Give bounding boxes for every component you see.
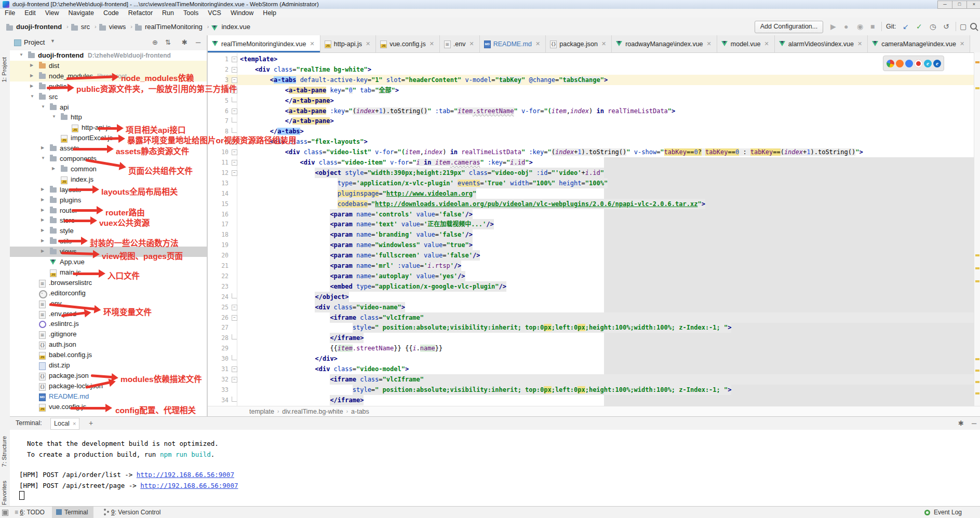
line-number[interactable]: 22 xyxy=(209,271,229,281)
fold-marker-icon[interactable]: − xyxy=(232,170,237,176)
terminal-button[interactable]: Terminal xyxy=(52,507,93,518)
tree-item--editorconfig[interactable]: .editorconfig xyxy=(10,288,207,298)
add-configuration-button[interactable]: Add Configuration... xyxy=(755,21,823,33)
minimize-terminal-icon[interactable]: ─ xyxy=(972,419,976,427)
code-line[interactable]: </a-tab-pane> xyxy=(240,116,334,126)
fold-marker-icon[interactable]: − xyxy=(232,108,237,114)
code-line[interactable]: <template> xyxy=(240,54,277,64)
terminal-tab-local[interactable]: Local× xyxy=(50,418,79,430)
debug-icon[interactable]: ● xyxy=(844,21,848,32)
fold-end-icon[interactable] xyxy=(232,97,237,102)
fold-marker-icon[interactable]: − xyxy=(232,377,237,383)
close-icon[interactable]: × xyxy=(73,420,76,427)
ie-browser-icon[interactable]: e xyxy=(924,60,932,67)
code-line[interactable]: type='application/x-vlc-plugin' events='… xyxy=(240,178,608,188)
editor-breadcrumb-item[interactable]: template xyxy=(249,408,274,415)
panel-settings-icon[interactable]: ✱ xyxy=(182,38,187,46)
menu-item-view[interactable]: View xyxy=(41,9,64,18)
stripe-structure-button[interactable]: 7: Structure xyxy=(1,436,7,467)
fold-marker-icon[interactable]: − xyxy=(232,149,237,155)
tree-item-dist-zip[interactable]: dist.zip xyxy=(10,360,207,371)
code-line[interactable]: </div> xyxy=(240,353,338,364)
history-icon[interactable]: ◷ xyxy=(930,21,936,32)
line-number[interactable]: 29 xyxy=(209,343,229,353)
opera-browser-icon[interactable] xyxy=(915,60,922,67)
close-icon[interactable]: ✕ xyxy=(707,40,711,47)
code-line[interactable]: pluginspage="http://www.videolan.org" xyxy=(240,188,476,199)
project-panel-title[interactable]: Project xyxy=(24,38,45,46)
chevron-right-icon[interactable]: ▶ xyxy=(52,166,55,171)
fold-marker-icon[interactable]: − xyxy=(232,57,237,62)
line-number[interactable]: 5 xyxy=(209,96,229,106)
line-number[interactable]: 14 xyxy=(209,188,229,199)
tree-item-http[interactable]: ▼http xyxy=(10,112,207,122)
chevron-down-icon[interactable]: ▼ xyxy=(52,114,56,119)
editor-tab[interactable]: roadwayManage\index.vue✕ xyxy=(612,35,717,52)
scrollbar-mark[interactable] xyxy=(975,87,979,89)
line-number[interactable]: 24 xyxy=(209,292,229,302)
line-number[interactable]: 1 xyxy=(209,54,229,64)
maximize-button[interactable]: □ xyxy=(952,1,967,9)
line-number[interactable]: 11 xyxy=(209,157,229,168)
fold-marker-icon[interactable]: − xyxy=(232,160,237,166)
profile-icon[interactable]: ◉ xyxy=(857,21,863,32)
run-anything-icon[interactable]: ▢ xyxy=(960,21,966,32)
fold-marker-icon[interactable]: − xyxy=(232,67,237,73)
scrollbar-mark[interactable] xyxy=(975,392,979,394)
hide-panel-icon[interactable]: ─ xyxy=(196,38,200,46)
code-line[interactable]: <param name='autoplay' value='yes'/> xyxy=(240,271,465,281)
menu-item-help[interactable]: Help xyxy=(258,9,281,18)
editor-tab[interactable]: alarmVideos\index.vue✕ xyxy=(775,35,868,52)
line-number[interactable]: 23 xyxy=(209,281,229,292)
code-line[interactable]: <param name="windowless" value="true"> xyxy=(240,240,473,250)
fold-end-icon[interactable] xyxy=(232,128,237,133)
line-number[interactable]: 17 xyxy=(209,219,229,229)
close-icon[interactable]: ✕ xyxy=(535,40,540,47)
minimize-button[interactable]: ─ xyxy=(937,1,952,9)
line-number[interactable]: 34 xyxy=(209,395,229,405)
tree-item--gitignore[interactable]: .gitignore xyxy=(10,329,207,339)
tree-item-readme-md[interactable]: README.md xyxy=(10,391,207,402)
git-update-icon[interactable]: ↙ xyxy=(903,21,909,32)
code-line[interactable]: <a-tab-pane key="0" tab="全部"> xyxy=(240,85,399,96)
menu-item-navigate[interactable]: Navigate xyxy=(64,9,99,18)
chevron-down-icon[interactable]: ▼ xyxy=(41,104,45,109)
editor-tab[interactable]: cameraManage\index.vue✕ xyxy=(868,35,970,52)
code-line[interactable]: <iframe class="vlcIframe" xyxy=(240,312,974,323)
close-icon[interactable]: ✕ xyxy=(469,40,474,47)
stripe-project-button[interactable]: 1: Project xyxy=(1,57,7,83)
line-number[interactable]: 28 xyxy=(209,333,229,343)
new-terminal-icon[interactable]: + xyxy=(89,419,93,427)
tree-item-babel-config-js[interactable]: babel.config.js xyxy=(10,350,207,360)
code-line[interactable]: </object> xyxy=(240,292,349,302)
stop-icon[interactable]: ■ xyxy=(870,21,875,32)
code-line[interactable]: </iframe> xyxy=(240,333,364,343)
chevron-right-icon[interactable]: ▶ xyxy=(41,145,44,150)
code-line[interactable]: <div class="video-list" v-for="(item,ind… xyxy=(240,147,863,157)
chevron-down-icon[interactable]: ▼ xyxy=(30,94,34,99)
line-number[interactable]: 27 xyxy=(209,322,229,333)
code-line[interactable]: <iframe class="vlcIframe" xyxy=(240,374,974,385)
tool-switcher-icon[interactable] xyxy=(2,510,8,516)
menu-item-run[interactable]: Run xyxy=(157,9,179,18)
fold-end-icon[interactable] xyxy=(232,334,237,339)
code-line[interactable]: <param name='mrl' :value='i.rtsp'/> xyxy=(240,261,461,271)
code-line[interactable]: style=" position:absolute;visibility:inh… xyxy=(240,385,731,395)
chevron-down-icon[interactable]: ▼ xyxy=(50,38,55,44)
code-line[interactable]: </iframe> xyxy=(240,395,364,405)
line-number[interactable]: 16 xyxy=(209,209,229,220)
chevron-right-icon[interactable]: ▶ xyxy=(41,208,44,212)
line-number[interactable]: 7 xyxy=(209,116,229,126)
code-line[interactable]: <param name='controls' value='false'/> xyxy=(240,209,473,220)
editor-tab[interactable]: http-api.js✕ xyxy=(320,35,376,52)
close-button[interactable]: × xyxy=(966,1,980,9)
locate-file-icon[interactable]: ⊕ xyxy=(152,38,158,46)
code-line[interactable]: <div class="video-item" v-for="i in item… xyxy=(240,157,533,168)
close-icon[interactable]: ✕ xyxy=(310,40,315,47)
line-number[interactable]: 20 xyxy=(209,250,229,261)
line-number[interactable]: 2 xyxy=(209,64,229,75)
scrollbar-mark[interactable] xyxy=(975,61,979,63)
editor-tab[interactable]: realTimeMonitoring\index.vue✕ xyxy=(208,35,320,52)
line-number[interactable]: 19 xyxy=(209,240,229,250)
editor-breadcrumb-item[interactable]: div.realTime.bg-white xyxy=(282,408,343,415)
